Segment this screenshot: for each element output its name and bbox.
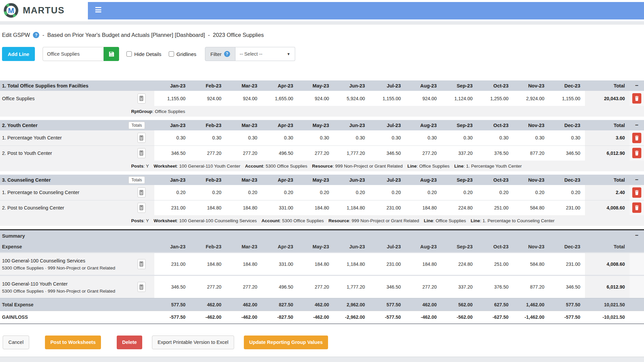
value-cell[interactable]: 0.20 — [298, 185, 334, 200]
gridlines-checkbox[interactable] — [169, 51, 174, 57]
value-cell[interactable]: 0.20 — [190, 185, 226, 200]
value-cell[interactable]: 277.20 — [226, 145, 262, 161]
calculator-button[interactable] — [138, 203, 146, 213]
value-cell[interactable]: 277.20 — [190, 145, 226, 161]
add-line-button[interactable]: Add Line — [2, 47, 35, 61]
delete-button[interactable]: Delete — [117, 336, 142, 349]
calculator-button[interactable] — [138, 148, 146, 158]
calculator-button[interactable] — [138, 259, 146, 269]
value-cell[interactable]: 2,924.00 — [513, 91, 549, 106]
minus-icon[interactable]: − — [635, 177, 639, 183]
value-cell[interactable]: 1,777.20 — [334, 145, 370, 161]
value-cell[interactable]: 346.50 — [549, 145, 585, 161]
value-cell[interactable]: 231.00 — [549, 200, 585, 215]
value-cell[interactable]: 0.20 — [262, 185, 298, 200]
delete-line-button[interactable] — [632, 133, 641, 143]
value-cell[interactable]: 0.20 — [226, 185, 262, 200]
value-cell[interactable]: 1,184.80 — [334, 200, 370, 215]
update-reporting-group-values-button[interactable]: Update Reporting Group Values — [244, 336, 328, 349]
value-cell[interactable]: 1,655.00 — [262, 91, 298, 106]
value-cell[interactable]: 184.80 — [406, 200, 441, 215]
calculator-button[interactable] — [138, 282, 146, 292]
delete-line-button[interactable] — [632, 202, 641, 213]
value-cell[interactable]: 184.80 — [298, 200, 334, 215]
save-button[interactable] — [104, 47, 119, 61]
value-cell[interactable]: 1,155.00 — [370, 91, 406, 106]
totals-badge-button[interactable]: Totals — [128, 122, 145, 129]
row-label: Office Supplies — [0, 91, 128, 106]
value-cell[interactable]: 337.20 — [441, 145, 477, 161]
delete-line-button[interactable] — [632, 148, 641, 158]
value-cell[interactable]: 1,155.00 — [549, 91, 585, 106]
value-cell[interactable]: 0.30 — [441, 130, 477, 145]
value-cell[interactable]: 924.00 — [226, 91, 262, 106]
delete-line-button[interactable] — [632, 187, 641, 198]
value-cell: 577.50 — [370, 298, 406, 311]
value-cell[interactable]: 0.20 — [370, 185, 406, 200]
value-cell[interactable]: 277.20 — [298, 145, 334, 161]
value-cell[interactable]: 0.30 — [262, 130, 298, 145]
value-cell[interactable]: 346.50 — [370, 145, 406, 161]
value-cell[interactable]: 0.30 — [513, 130, 549, 145]
question-circle-icon[interactable]: ? — [33, 32, 39, 38]
value-cell[interactable]: 924.00 — [406, 91, 441, 106]
delete-line-button[interactable] — [632, 93, 641, 104]
value-cell[interactable]: 0.20 — [154, 185, 190, 200]
value-cell: 231.00 — [549, 253, 585, 276]
value-cell[interactable]: 0.30 — [298, 130, 334, 145]
value-cell[interactable]: 0.30 — [370, 130, 406, 145]
calculator-button[interactable] — [138, 187, 146, 197]
value-cell[interactable]: 0.20 — [406, 185, 441, 200]
value-cell[interactable]: 5,924.00 — [334, 91, 370, 106]
filter-help-icon[interactable]: ? — [224, 51, 230, 57]
value-cell[interactable]: 0.20 — [549, 185, 585, 200]
value-cell[interactable]: 184.80 — [190, 200, 226, 215]
budget-name-input[interactable] — [43, 47, 104, 61]
hide-details-checkbox[interactable] — [126, 51, 132, 57]
value-cell[interactable]: 251.00 — [477, 200, 513, 215]
value-cell[interactable]: 496.50 — [262, 145, 298, 161]
value-cell[interactable]: 0.30 — [477, 130, 513, 145]
value-cell[interactable]: 184.80 — [226, 200, 262, 215]
value-cell[interactable]: 231.00 — [370, 200, 406, 215]
export-excel-button[interactable]: Export Printable Version to Excel — [152, 336, 234, 349]
value-cell[interactable]: 376.50 — [477, 145, 513, 161]
value-cell[interactable]: 924.00 — [298, 91, 334, 106]
value-cell[interactable]: 0.30 — [406, 130, 441, 145]
value-cell[interactable]: 1,155.00 — [154, 91, 190, 106]
value-cell[interactable]: 231.00 — [154, 200, 190, 215]
calculator-button[interactable] — [138, 133, 146, 143]
totals-badge-button[interactable]: Totals — [128, 176, 145, 184]
hamburger-icon[interactable] — [95, 7, 101, 12]
value-cell[interactable]: 331.00 — [262, 200, 298, 215]
value-cell[interactable]: 584.80 — [513, 200, 549, 215]
value-cell[interactable]: 0.20 — [441, 185, 477, 200]
minus-icon[interactable]: − — [635, 232, 639, 239]
value-cell[interactable]: 1,124.00 — [441, 91, 477, 106]
meta-text: RptGroup: Office Supplies — [128, 106, 644, 117]
cancel-button[interactable]: Cancel — [3, 336, 29, 349]
value-cell[interactable]: 0.20 — [477, 185, 513, 200]
planner-page: M MARTUS Edit GSPW ? - Based on Prior Ye… — [0, 0, 644, 362]
value-cell[interactable]: 0.30 — [549, 130, 585, 145]
value-cell[interactable]: 0.30 — [190, 130, 226, 145]
minus-icon[interactable]: − — [635, 82, 639, 89]
value-cell[interactable]: 0.30 — [154, 130, 190, 145]
value-cell[interactable]: 877.20 — [513, 145, 549, 161]
meta-pair: Worksheet: 100 General-110 Youth Center — [154, 164, 240, 169]
value-cell[interactable]: 277.20 — [406, 145, 441, 161]
post-to-worksheets-button[interactable]: Post to Worksheets — [45, 336, 101, 349]
value-cell[interactable]: 924.00 — [190, 91, 226, 106]
value-cell[interactable]: 346.50 — [154, 145, 190, 161]
value-cell[interactable]: 0.30 — [334, 130, 370, 145]
filter-select[interactable]: -- Select -- ▼ — [235, 47, 295, 61]
value-cell: 277.20 — [298, 276, 334, 298]
minus-icon[interactable]: − — [635, 122, 639, 128]
calculator-button[interactable] — [138, 94, 146, 104]
month-header-Feb-23: Feb-23 — [190, 241, 226, 253]
value-cell[interactable]: 1,255.00 — [477, 91, 513, 106]
value-cell[interactable]: 224.80 — [441, 200, 477, 215]
value-cell[interactable]: 0.30 — [226, 130, 262, 145]
value-cell[interactable]: 0.20 — [334, 185, 370, 200]
value-cell[interactable]: 0.20 — [513, 185, 549, 200]
